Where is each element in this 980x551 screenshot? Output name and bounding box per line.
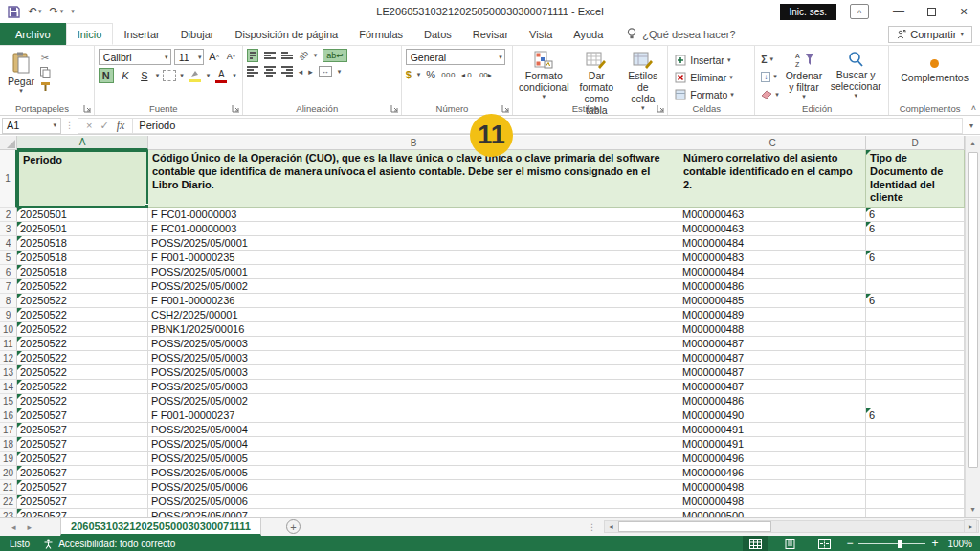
vertical-scrollbar[interactable]: ▴ ▾ [965,136,980,517]
wrap-text-icon[interactable]: ab↩ [323,49,347,62]
cell-cuo[interactable]: POSS/2025/05/0003 [148,380,679,394]
row-header[interactable]: 12 [0,351,17,365]
row-header[interactable]: 7 [0,279,17,294]
increase-font-icon[interactable]: A˄ [207,49,221,64]
cell-cuo[interactable]: POSS/2025/05/0001 [148,265,679,279]
row-header[interactable]: 15 [0,394,17,408]
row-header[interactable]: 20 [0,466,17,480]
accounting-chevron-icon[interactable]: ▾ [417,71,421,78]
vertical-scrollbar-thumb[interactable] [968,152,978,468]
cell-correlativo[interactable]: M000000463 [679,222,866,236]
cell-correlativo[interactable]: M000000484 [679,265,866,279]
maximize-button[interactable] [915,0,947,23]
cell-tipo-doc[interactable] [866,236,965,251]
borders-icon[interactable] [163,70,176,81]
customize-qat-button[interactable]: ▾ [71,8,75,15]
cell-tipo-doc[interactable]: 6 [866,408,965,423]
normal-view-button[interactable] [743,536,768,551]
cell-correlativo[interactable]: M000000489 [679,308,866,322]
cell-cuo[interactable]: POSS/2025/05/0002 [148,394,679,408]
horizontal-scrollbar-thumb[interactable] [618,521,771,532]
cell-cuo[interactable]: F F001-00000236 [148,294,679,308]
cell-periodo[interactable]: 20250501 [17,222,148,236]
cell-correlativo[interactable]: M000000496 [679,466,866,480]
cell-correlativo[interactable]: M000000483 [679,251,866,265]
column-header-d[interactable]: D [866,136,965,149]
cell-correlativo[interactable]: M000000491 [679,437,866,452]
sort-filter-button[interactable]: AZ Ordenar y filtrar ▾ [781,49,827,101]
cell-cuo[interactable]: POSS/2025/05/0004 [148,437,679,452]
cell-periodo[interactable]: 20250522 [17,337,148,351]
cell-correlativo[interactable]: M000000487 [679,351,866,365]
orientation-chevron-icon[interactable]: ▾ [314,52,318,59]
cell-b1[interactable]: Código Único de la Operación (CUO), que … [148,150,679,208]
sheet-nav-left-icon[interactable]: ◂ [11,522,16,532]
cell-tipo-doc[interactable] [866,495,965,509]
underline-chevron-icon[interactable]: ▾ [156,72,160,79]
cell-a1-selected[interactable]: Periodo [17,150,148,208]
cell-correlativo[interactable]: M000000487 [679,337,866,351]
scroll-left-icon[interactable]: ◂ [605,522,617,531]
cell-periodo[interactable]: 20250522 [17,308,148,322]
cell-cuo[interactable]: POSS/2025/05/0003 [148,351,679,365]
cell-correlativo[interactable]: M000000486 [679,279,866,294]
cell-tipo-doc[interactable] [866,466,965,480]
cell-periodo[interactable]: 20250527 [17,408,148,423]
cell-periodo[interactable]: 20250522 [17,322,148,337]
autosum-button[interactable]: Σ▾ [759,53,781,66]
number-dialog-launcher-icon[interactable] [501,104,510,113]
borders-chevron-icon[interactable]: ▾ [180,72,184,79]
formula-input[interactable]: Periodo [133,118,963,134]
row-header[interactable]: 6 [0,265,17,279]
tab-datos[interactable]: Datos [413,23,462,45]
cell-correlativo[interactable]: M000000498 [679,495,866,509]
row-header[interactable]: 10 [0,322,17,337]
save-icon[interactable] [8,6,20,18]
number-format-select[interactable]: General▾ [406,49,505,65]
row-header[interactable]: 23 [0,509,17,517]
cell-tipo-doc[interactable] [866,337,965,351]
row-header[interactable]: 5 [0,251,17,265]
cell-tipo-doc[interactable] [866,279,965,294]
cell-tipo-doc[interactable]: 6 [866,222,965,236]
insert-cells-button[interactable]: Insertar▾ [672,53,736,67]
tab-vista[interactable]: Vista [519,23,563,45]
clear-button[interactable]: ▾ [759,88,781,101]
increase-decimal-icon[interactable]: ◂.0 [461,71,472,79]
cell-tipo-doc[interactable] [866,509,965,517]
cell-periodo[interactable]: 20250501 [17,208,148,222]
format-as-table-button[interactable]: Dar formato como tabla ▾ [570,49,622,101]
cell-periodo[interactable]: 20250527 [17,480,148,495]
fill-button[interactable]: ↓▾ [759,70,781,83]
minimize-button[interactable]: — [882,0,915,23]
row-header[interactable]: 18 [0,437,17,452]
cell-cuo[interactable]: POSS/2025/05/0006 [148,480,679,495]
row-header[interactable]: 13 [0,365,17,380]
italic-button[interactable]: K [118,68,133,83]
cell-cuo[interactable]: F F001-00000235 [148,251,679,265]
increase-indent-icon[interactable]: ▸ [308,67,313,77]
fill-color-chevron-icon[interactable]: ▾ [207,72,211,79]
styles-dialog-launcher-icon[interactable] [657,104,665,113]
cell-correlativo[interactable]: M000000486 [679,394,866,408]
select-all-button[interactable] [0,136,17,149]
cell-c1[interactable]: Número correlativo del asiento contable … [679,150,866,208]
zoom-out-button[interactable]: − [846,537,853,550]
accessibility-status[interactable]: Accesibilidad: todo correcto [43,539,175,549]
row-header[interactable]: 11 [0,337,17,351]
sheet-nav-right-icon[interactable]: ▸ [28,522,33,532]
cell-periodo[interactable]: 20250527 [17,495,148,509]
cell-cuo[interactable]: POSS/2025/05/0007 [148,509,679,517]
ribbon-display-options-icon[interactable]: ˄ [850,4,869,19]
cell-tipo-doc[interactable]: 6 [866,208,965,222]
clipboard-dialog-launcher-icon[interactable] [83,104,92,113]
cell-correlativo[interactable]: M000000484 [679,236,866,251]
add-sheet-button[interactable]: + [286,519,301,534]
zoom-slider-thumb[interactable] [898,540,902,548]
cell-cuo[interactable]: POSS/2025/05/0003 [148,337,679,351]
redo-button[interactable]: ↷▾ [50,5,64,18]
cell-correlativo[interactable]: M000000491 [679,423,866,437]
cell-correlativo[interactable]: M000000488 [679,322,866,337]
tab-dibujar[interactable]: Dibujar [170,23,225,45]
cell-cuo[interactable]: POSS/2025/05/0006 [148,495,679,509]
